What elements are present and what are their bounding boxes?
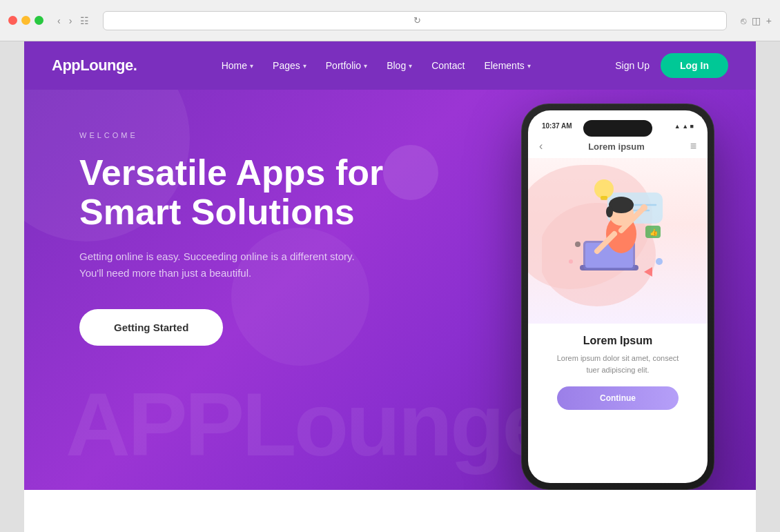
phone-content-desc: Lorem ipsum dolor sit amet, consect tuer… xyxy=(542,353,694,375)
phone-icons: ▲ ▲ ■ xyxy=(674,123,694,130)
hero-content: WELCOME Versatile Apps for Smart Solutio… xyxy=(79,131,438,346)
phone-text-content: Lorem Ipsum Lorem ipsum dolor sit amet, … xyxy=(528,324,708,421)
svg-point-3 xyxy=(594,179,614,199)
svg-rect-4 xyxy=(601,196,607,200)
nav-actions: Sign Up Log In xyxy=(615,53,728,78)
getting-started-button[interactable]: Getting Started xyxy=(79,309,223,346)
svg-point-21 xyxy=(656,258,663,265)
phone-screen: 10:37 AM ▲ ▲ ■ ‹ Lorem ipsum ≡ xyxy=(528,110,708,483)
back-button[interactable]: ‹ xyxy=(55,14,64,28)
chevron-down-icon: ▾ xyxy=(250,62,253,70)
phone-nav-bar: ‹ Lorem ipsum ≡ xyxy=(528,135,708,158)
close-button[interactable] xyxy=(8,16,17,25)
maximize-button[interactable] xyxy=(35,16,43,25)
new-tab-button[interactable]: ◫ xyxy=(752,15,761,26)
browser-chrome: ‹ › ☷ ↻ ⎋ ◫ + xyxy=(0,0,780,41)
phone-notch xyxy=(583,120,652,137)
phone-illustration: 👍 xyxy=(528,158,708,324)
logo: AppLounge. xyxy=(52,57,137,75)
nav-item-elements[interactable]: Elements ▾ xyxy=(476,55,538,77)
hero-subtitle: Getting online is easy. Succeeding onlin… xyxy=(79,248,355,282)
svg-point-13 xyxy=(606,206,613,217)
minimize-button[interactable] xyxy=(21,16,30,25)
nav-item-blog[interactable]: Blog ▾ xyxy=(378,55,420,77)
illustration-svg: 👍 xyxy=(542,172,694,310)
signup-button[interactable]: Sign Up xyxy=(615,60,650,71)
forward-button[interactable]: › xyxy=(66,14,75,28)
hero-section: APPLounge WELCOME Versatile Apps for Sma… xyxy=(24,90,756,490)
svg-point-20 xyxy=(575,242,581,247)
phone-nav-title: Lorem ipsum xyxy=(588,141,645,152)
nav-item-portfolio[interactable]: Portfolio ▾ xyxy=(318,55,376,77)
phone-mockup: 10:37 AM ▲ ▲ ■ ‹ Lorem ipsum ≡ xyxy=(521,104,714,490)
traffic-lights xyxy=(8,16,43,25)
back-arrow-icon[interactable]: ‹ xyxy=(539,140,543,152)
nav-item-home[interactable]: Home ▾ xyxy=(213,55,262,77)
welcome-label: WELCOME xyxy=(79,131,438,139)
svg-point-16 xyxy=(641,204,647,211)
nav-menu: Home ▾ Pages ▾ Portfolio ▾ Blog ▾ Contac… xyxy=(213,55,539,77)
menu-icon[interactable]: ≡ xyxy=(690,140,696,152)
phone-content-title: Lorem Ipsum xyxy=(542,335,694,347)
chevron-down-icon: ▾ xyxy=(527,62,531,70)
svg-text:👍: 👍 xyxy=(650,228,659,237)
chevron-down-icon: ▾ xyxy=(303,62,306,70)
nav-item-pages[interactable]: Pages ▾ xyxy=(264,55,315,77)
chevron-down-icon: ▾ xyxy=(409,62,412,70)
window-grid-button[interactable]: ☷ xyxy=(80,15,89,26)
phone-time: 10:37 AM xyxy=(542,122,572,130)
reload-button[interactable]: ↻ xyxy=(413,15,421,26)
chevron-down-icon: ▾ xyxy=(364,62,367,70)
hero-title: Versatile Apps for Smart Solutions xyxy=(79,153,438,232)
site-bottom xyxy=(24,490,756,532)
browser-actions: ⎋ ◫ + xyxy=(741,15,772,26)
phone-continue-button[interactable]: Continue xyxy=(557,386,679,410)
address-bar[interactable]: ↻ xyxy=(103,11,726,30)
bg-watermark: APPLounge xyxy=(66,373,549,476)
hero-title-line1: Versatile Apps for xyxy=(79,152,383,193)
phone-outer: 10:37 AM ▲ ▲ ■ ‹ Lorem ipsum ≡ xyxy=(521,104,714,490)
login-button[interactable]: Log In xyxy=(661,53,728,78)
hero-title-line2: Smart Solutions xyxy=(79,192,355,232)
svg-point-22 xyxy=(569,259,573,264)
site-header: AppLounge. Home ▾ Pages ▾ Portfolio ▾ Bl… xyxy=(24,41,756,90)
website: AppLounge. Home ▾ Pages ▾ Portfolio ▾ Bl… xyxy=(24,41,756,532)
add-button[interactable]: + xyxy=(766,15,772,26)
nav-item-contact[interactable]: Contact xyxy=(423,55,473,77)
share-button[interactable]: ⎋ xyxy=(741,15,746,26)
nav-arrows: ‹ › xyxy=(55,14,75,28)
